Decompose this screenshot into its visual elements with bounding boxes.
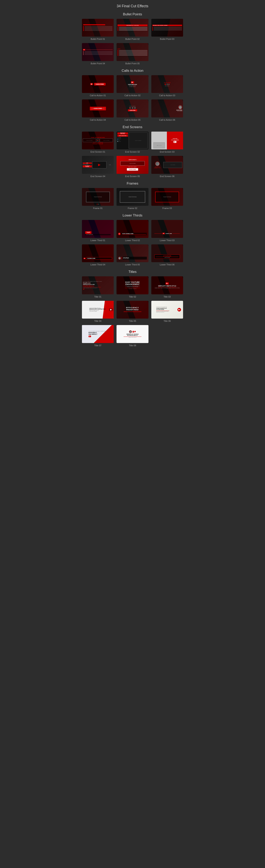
card-lt06[interactable]: @YOURNAME YOUR TITLE HERE Lower Third 06	[151, 244, 183, 266]
thumbnail-ti04: experienced editing made easy DESIGN WIT…	[82, 301, 114, 318]
card-es05[interactable]: ⊳WATCH NEXT⊲ YOUR FOOTAGE Never miss an …	[117, 156, 148, 177]
label-fr01: Frame 01	[93, 207, 102, 210]
card-ti06[interactable]: experienced editing made easy YOUR SHORT…	[151, 301, 183, 322]
label-lt03: Lower Third 03	[160, 239, 175, 242]
thumbnail-cta02: SUBSCRIBE NOW! Be the first to watch our…	[117, 75, 148, 93]
label-cta04: Call to Action 04	[90, 119, 106, 121]
label-es02: End Screen 02	[125, 151, 140, 153]
card-bp03[interactable]: UNLEASH YOUR CONTENT JOURNEY Bullet Poin…	[151, 19, 183, 40]
label-fr02: Frame 02	[128, 207, 137, 210]
thumbnail-cta01: SUBSCRIBE	[82, 75, 114, 93]
card-cta01[interactable]: SUBSCRIBE Call to Action 01	[82, 75, 114, 97]
card-ti04[interactable]: experienced editing made easy DESIGN WIT…	[82, 301, 114, 322]
thumbnail-es06: YOU NEED ACHANNEL TO BE YOUR FOOTAGE	[151, 156, 183, 174]
label-ti03: Title 03	[164, 296, 171, 298]
label-ti07: Title 07	[94, 344, 101, 347]
thumbnail-ti01: DISCOVER THE POWER OF THE FINAL CUT PRO …	[82, 276, 114, 294]
label-lt02: Lower Third 02	[125, 239, 140, 242]
label-bp05: Bullet Point 05	[125, 62, 140, 65]
label-ti04: Title 04	[94, 320, 101, 322]
label-cta02: Call to Action 02	[124, 94, 141, 97]
label-lt05: Lower Third 05	[125, 264, 140, 266]
label-bp03: Bullet Point 03	[160, 38, 174, 40]
card-cta02[interactable]: SUBSCRIBE NOW! Be the first to watch our…	[117, 75, 148, 97]
thumbnail-lt03: CHANNEL NAME	[151, 220, 183, 238]
thumbnail-es04: NEXT Thanks for watching CLICK HERE TOSU…	[82, 156, 114, 174]
label-lt04: Lower Third 04	[90, 264, 105, 266]
card-lt03[interactable]: CHANNEL NAME Lower Third 03	[151, 220, 183, 241]
section-title-titles: Titles	[4, 270, 261, 274]
card-cta03[interactable]: Join the Club! Join the first. Call to A…	[151, 75, 183, 97]
thumbnail-ti03: SIMPLICITY MEETS STYLE CHANNEL SIMPLICIT…	[151, 276, 183, 294]
card-bp01[interactable]: Bullet Point 01	[82, 19, 114, 40]
section-title-end-screens: End Screens	[4, 125, 261, 129]
thumbnail-lt01: YOUTUBE CHANNEL @YOURCHANNELNAME	[82, 220, 114, 238]
thumbnail-bp02: YOUR SHORTCUT TO SUCCESS	[117, 19, 148, 37]
thumbnail-es05: ⊳WATCH NEXT⊲ YOUR FOOTAGE Never miss an …	[117, 156, 148, 174]
thumbnail-fr03: YOUR FOOTAGE	[151, 188, 183, 206]
frames-grid: YOUR FOOTAGE Frame 01 YOUR FOOTAGE Frame…	[82, 188, 183, 210]
card-es01[interactable]: THANK YOU FOR WATCHING YOUR FOOTAGE YOUR…	[82, 132, 114, 153]
thumbnail-es01: THANK YOU FOR WATCHING YOUR FOOTAGE YOUR…	[82, 132, 114, 149]
card-cta05[interactable]: YOUR CHANNEL SUBSCRIBE Call to Action 05	[117, 99, 148, 121]
card-es06[interactable]: YOU NEED ACHANNEL TO BE YOUR FOOTAGE End…	[151, 156, 183, 177]
card-es04[interactable]: NEXT Thanks for watching CLICK HERE TOSU…	[82, 156, 114, 177]
card-cta04[interactable]: • SUBSCRIBE • Call to Action 04	[82, 99, 114, 121]
card-fr02[interactable]: YOUR FOOTAGE Frame 02	[117, 188, 148, 210]
card-fr01[interactable]: YOUR FOOTAGE Frame 01	[82, 188, 114, 210]
label-ti01: Title 01	[94, 296, 101, 298]
thumbnail-bp05: EASY	[117, 43, 148, 61]
section-title-calls-to-action: Calls to Action	[4, 69, 261, 73]
card-lt02[interactable]: YOUR CHANNEL NAME Lower Third 02	[117, 220, 148, 241]
card-ti05[interactable]: EFFICIENCYREDEFINED Title 05	[117, 301, 148, 322]
section-title-lower-thirds: Lower Thirds	[4, 214, 261, 217]
section-title-bullet-points: Bullet Points	[4, 12, 261, 17]
thumbnail-cta05: YOUR CHANNEL SUBSCRIBE	[117, 99, 148, 117]
card-bp02[interactable]: YOUR SHORTCUT TO SUCCESS Bullet Point 02	[117, 19, 148, 40]
label-ti06: Title 06	[164, 320, 171, 322]
thumbnail-ti05: EFFICIENCYREDEFINED	[117, 301, 148, 318]
thumbnail-cta03: Join the Club! Join the first.	[151, 75, 183, 93]
section-title-frames: Frames	[4, 182, 261, 186]
card-ti01[interactable]: DISCOVER THE POWER OF THE FINAL CUT PRO …	[82, 276, 114, 298]
label-bp01: Bullet Point 01	[91, 38, 105, 40]
card-ti02[interactable]: EASY YOUTUBEENHANCEMENT Channel Booster …	[117, 276, 148, 298]
card-ti03[interactable]: SIMPLICITY MEETS STYLE CHANNEL SIMPLICIT…	[151, 276, 183, 298]
card-lt04[interactable]: CHANNEL NAME Lower Third 04	[82, 244, 114, 266]
card-lt05[interactable]: @YourName CONTENT CREATOR Lower Third 05	[117, 244, 148, 266]
calls-to-action-grid: SUBSCRIBE Call to Action 01 SUBSCRIBE NO…	[82, 75, 183, 121]
thumbnail-lt06: @YOURNAME YOUR TITLE HERE	[151, 244, 183, 262]
card-bp04[interactable]: Bullet Point 04	[82, 43, 114, 64]
label-es01: End Screen 01	[90, 151, 105, 153]
card-ti07[interactable]: Trust your creativity and simplify conte…	[82, 325, 114, 346]
thumbnail-bp03: UNLEASH YOUR CONTENT JOURNEY	[151, 19, 183, 37]
label-ti08: Title 08	[129, 344, 136, 347]
card-ti08[interactable]: ♪ MINIMALIST DESIGNMAXIMUM IMPACT making…	[117, 325, 148, 346]
thumbnail-fr01: YOUR FOOTAGE	[82, 188, 114, 206]
card-lt01[interactable]: YOUTUBE CHANNEL @YOURCHANNELNAME Lower T…	[82, 220, 114, 241]
thumbnail-fr02: YOUR FOOTAGE	[117, 188, 148, 206]
end-screens-grid: THANK YOU FOR WATCHING YOUR FOOTAGE YOUR…	[82, 132, 183, 178]
label-es04: End Screen 04	[90, 175, 105, 178]
thumbnail-ti07: Trust your creativity and simplify conte…	[82, 325, 114, 343]
label-bp04: Bullet Point 04	[91, 62, 105, 65]
bullet-points-grid: Bullet Point 01 YOUR SHORTCUT TO SUCCESS…	[82, 19, 183, 65]
label-lt06: Lower Third 06	[160, 264, 175, 266]
card-fr03[interactable]: YOUR FOOTAGE Frame 03	[151, 188, 183, 210]
label-cta05: Call to Action 05	[124, 119, 141, 121]
thumbnail-cta06: SUBSCRIBE to our channel	[151, 99, 183, 117]
thumbnail-lt04: CHANNEL NAME	[82, 244, 114, 262]
label-cta03: Call to Action 03	[159, 94, 175, 97]
label-ti02: Title 02	[129, 296, 136, 298]
label-cta06: Call to Action 06	[159, 119, 175, 121]
thumbnail-ti02: EASY YOUTUBEENHANCEMENT Channel Booster …	[117, 276, 148, 294]
card-cta06[interactable]: SUBSCRIBE to our channel Call to Action …	[151, 99, 183, 121]
label-es06: End Screen 06	[160, 175, 175, 178]
card-es02[interactable]: SUBSCRIBE FORMORE VIDEOS CHECK NEW VIDEO…	[117, 132, 148, 153]
card-bp05[interactable]: EASY Bullet Point 05	[117, 43, 148, 64]
thumbnail-lt02: YOUR CHANNEL NAME	[117, 220, 148, 238]
label-fr03: Frame 03	[163, 207, 172, 210]
page-header: 34 Final Cut Effects	[4, 4, 261, 8]
label-es05: End Screen 05	[125, 175, 140, 178]
card-es03[interactable]: WATCH THIS SUBSCRIBE JOIN OUR CHANNEL En…	[151, 132, 183, 153]
